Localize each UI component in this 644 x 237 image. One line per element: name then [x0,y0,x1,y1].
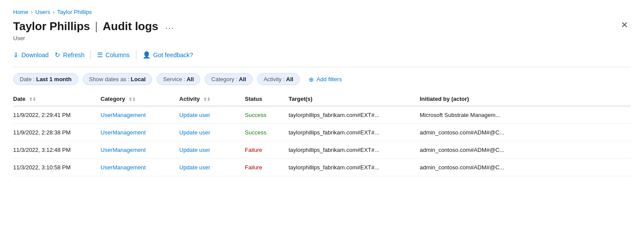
refresh-button[interactable]: ↻ Refresh [55,48,91,62]
page-title: Taylor Phillips | Audit logs [13,20,158,33]
table-row[interactable]: 11/3/2022, 3:10:58 PM UserManagement Upd… [13,159,631,176]
add-filter-icon: ⊕ [309,76,314,83]
filter-showdates-value: Local [131,76,146,82]
close-button[interactable]: ✕ [618,20,631,30]
cell-date-2: 11/3/2022, 3:12:48 PM [13,141,101,159]
breadcrumb: Home › Users › Taylor Phillips [13,9,631,15]
filter-category-label: Category : [211,76,237,82]
columns-label: Columns [105,52,129,58]
cell-status-3: Failure [245,159,289,176]
page-title-user: Taylor Phillips [13,20,90,33]
cell-category-2: UserManagement [101,141,179,159]
audit-table: Date ⇧⇩ Category ⇧⇩ Activity ⇧⇩ Status T… [13,92,631,176]
cell-date-0: 11/9/2022, 2:29:41 PM [13,106,101,124]
refresh-icon: ↻ [55,51,60,59]
cell-category-3: UserManagement [101,159,179,176]
cell-activity-2: Update user [179,141,245,159]
cell-status-1: Success [245,124,289,141]
cell-initiated-3: admin_contoso.com#ADM#@C... [420,159,631,176]
cell-category-0: UserManagement [101,106,179,124]
feedback-icon: 👤 [143,51,151,59]
sort-date-icon[interactable]: ⇧⇩ [29,97,36,102]
filters-row: Date : Last 1 month Show dates as : Loca… [13,73,631,85]
download-button[interactable]: ⇓ Download [13,48,55,62]
breadcrumb-sep-2: › [53,9,55,15]
columns-icon: ☰ [97,51,103,59]
breadcrumb-taylor[interactable]: Taylor Phillips [57,9,92,15]
table-header-row: Date ⇧⇩ Category ⇧⇩ Activity ⇧⇩ Status T… [13,92,631,106]
col-header-category[interactable]: Category ⇧⇩ [101,92,179,106]
sort-activity-icon[interactable]: ⇧⇩ [203,97,210,102]
cell-initiated-0: Microsoft Substrate Managem... [420,106,631,124]
cell-targets-1: taylorphillips_fabrikam.com#EXT#... [289,124,420,141]
col-header-status: Status [245,92,289,106]
cell-activity-3: Update user [179,159,245,176]
col-header-activity[interactable]: Activity ⇧⇩ [179,92,245,106]
cell-status-0: Success [245,106,289,124]
download-label: Download [21,52,49,58]
cell-targets-2: taylorphillips_fabrikam.com#EXT#... [289,141,420,159]
col-header-targets: Target(s) [289,92,420,106]
cell-activity-1: Update user [179,124,245,141]
filter-date[interactable]: Date : Last 1 month [13,73,78,85]
cell-targets-3: taylorphillips_fabrikam.com#EXT#... [289,159,420,176]
cell-initiated-1: admin_contoso.com#ADM#@C... [420,124,631,141]
add-filters-button[interactable]: ⊕ Add filters [304,74,346,85]
col-header-date[interactable]: Date ⇧⇩ [13,92,101,106]
table-row[interactable]: 11/9/2022, 2:28:38 PM UserManagement Upd… [13,124,631,141]
filter-service-value: All [187,76,194,82]
table-row[interactable]: 11/9/2022, 2:29:41 PM UserManagement Upd… [13,106,631,124]
filter-date-value: Last 1 month [36,76,72,82]
more-button[interactable]: ... [163,21,177,32]
col-header-initiated: Initiated by (actor) [420,92,631,106]
filter-showdates-label: Show dates as : [89,76,130,82]
filter-service[interactable]: Service : All [157,73,200,85]
filter-show-dates[interactable]: Show dates as : Local [83,73,152,85]
refresh-label: Refresh [63,52,84,58]
breadcrumb-home[interactable]: Home [13,9,28,15]
filter-category[interactable]: Category : All [205,73,253,85]
filter-activity-label: Activity : [264,76,285,82]
page-title-audit: Audit logs [103,20,158,33]
feedback-label: Got feedback? [153,52,193,58]
header-row: Taylor Phillips | Audit logs ... ✕ [13,20,631,33]
title-sep: | [92,20,101,33]
panel: Home › Users › Taylor Phillips Taylor Ph… [0,0,644,237]
sort-category-icon[interactable]: ⇧⇩ [129,97,136,102]
toolbar: ⇓ Download ↻ Refresh ☰ Columns 👤 Got fee… [13,48,631,67]
filter-service-label: Service : [163,76,185,82]
cell-date-3: 11/3/2022, 3:10:58 PM [13,159,101,176]
cell-category-1: UserManagement [101,124,179,141]
cell-date-1: 11/9/2022, 2:28:38 PM [13,124,101,141]
breadcrumb-sep-1: › [31,9,33,15]
columns-button[interactable]: ☰ Columns [97,48,136,62]
cell-status-2: Failure [245,141,289,159]
cell-activity-0: Update user [179,106,245,124]
feedback-button[interactable]: 👤 Got feedback? [143,48,199,62]
table-row[interactable]: 11/3/2022, 3:12:48 PM UserManagement Upd… [13,141,631,159]
title-area: Taylor Phillips | Audit logs ... [13,20,177,33]
page-subtitle: User [13,35,631,41]
filter-date-label: Date : [20,76,35,82]
filter-category-value: All [239,76,246,82]
cell-targets-0: taylorphillips_fabrikam.com#EXT#... [289,106,420,124]
toolbar-separator-1 [91,51,91,59]
add-filters-label: Add filters [317,76,342,82]
toolbar-separator-2 [136,51,136,59]
download-icon: ⇓ [13,51,19,59]
cell-initiated-2: admin_contoso.com#ADM#@C... [420,141,631,159]
filter-activity[interactable]: Activity : All [257,73,300,85]
filter-activity-value: All [286,76,293,82]
breadcrumb-users[interactable]: Users [35,9,50,15]
